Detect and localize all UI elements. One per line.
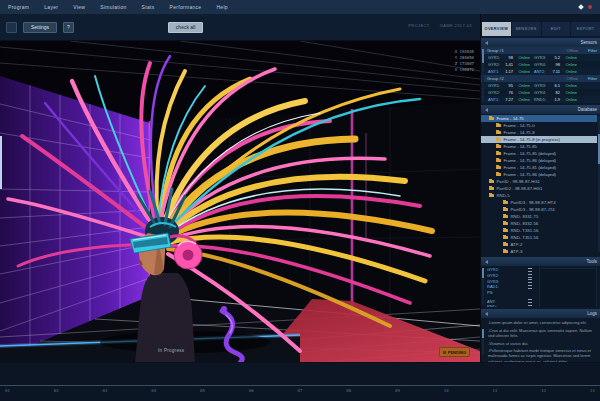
stack-icon[interactable] [528, 285, 532, 289]
tree-item-label: Frame - 14-75-81 (delayed) [504, 165, 557, 170]
settings-button[interactable]: Settings [23, 22, 57, 33]
stack-icon[interactable] [528, 268, 532, 272]
tree-item[interactable]: Frame - 14-75-85 [481, 143, 600, 150]
tree-item[interactable]: PartID3 - 98-98-87-HT4 [481, 199, 600, 206]
tree-item[interactable]: Frame - 14-75-0 [481, 122, 600, 129]
alert-badge[interactable]: PENDING [439, 347, 470, 357]
tools-scrollbar[interactable] [482, 268, 484, 305]
folder-icon [489, 180, 494, 184]
stack-icon[interactable] [528, 279, 532, 283]
sensors-header[interactable]: Sensors [481, 38, 600, 47]
sensor-row: GYR2:1.41Online GYR4:98Online [481, 61, 600, 68]
sensor-status: Online [563, 55, 581, 60]
grid-icon[interactable] [6, 22, 17, 33]
tab-edit[interactable]: EDIT [542, 22, 571, 36]
sensor-value: 1.41 [502, 62, 516, 67]
group-name: Group #1 [487, 48, 504, 53]
menu-stats[interactable]: Stats [142, 4, 155, 10]
close-icon[interactable] [588, 5, 593, 10]
tab-sensors[interactable]: SENSORS [512, 22, 541, 36]
stack-icon[interactable] [528, 305, 532, 307]
sensor-status: Online [516, 83, 534, 88]
database-header[interactable]: Database [481, 105, 600, 114]
collapse-icon[interactable] [485, 260, 488, 264]
tree-item[interactable]: ATP-3 [481, 248, 600, 255]
tab-overview[interactable]: OVERVIEW [482, 22, 511, 36]
tools-header[interactable]: Tools [481, 257, 600, 266]
sensor-group-header[interactable]: Group #2 Offline Filter [481, 75, 600, 82]
menu-program[interactable]: Program [8, 4, 29, 10]
timeline-tick: 13 [590, 388, 595, 393]
menu-simulation[interactable]: Simulation [100, 4, 126, 10]
tree-item-label: RND- 8331-T5 [511, 214, 539, 219]
collapse-icon[interactable] [485, 41, 488, 45]
tool-label: GYR1: [487, 267, 499, 272]
tree-item[interactable]: Frame - 14-75-81 (delayed) [481, 164, 600, 171]
collapse-icon[interactable] [485, 108, 488, 112]
group-filter[interactable]: Filter [588, 48, 597, 53]
folder-icon [496, 159, 501, 163]
folder-icon [503, 250, 508, 254]
sensor-status: Online [516, 55, 534, 60]
timeline-tick: 08 [346, 388, 351, 393]
tab-export[interactable]: EXPORT [571, 22, 600, 36]
tree-item[interactable]: PartID - 98-98-87-HG1 [481, 178, 600, 185]
tree-item[interactable]: RND- 8332-56 [481, 220, 600, 227]
sensor-status: Online [563, 97, 581, 102]
timeline-scrubber[interactable]: 01 02 03 04 05 06 07 08 09 10 11 12 13 [0, 362, 600, 401]
viewport-3d-scene[interactable] [0, 41, 480, 364]
sensor-group-header[interactable]: Group #1 Offline Filter [481, 47, 600, 54]
panel-tabs: OVERVIEW SENSORS EDIT EXPORT [481, 22, 600, 36]
timeline-tick: 06 [249, 388, 254, 393]
tree-item[interactable]: RND- T331-56 [481, 227, 600, 234]
tree-item[interactable]: Frame - 14-75-85 (delayed) [481, 150, 600, 157]
folder-icon [489, 117, 494, 121]
tree-item[interactable]: Frame - 14-75 [481, 115, 597, 122]
tree-item-label: RND- T331-56 [511, 228, 539, 233]
tree-item-label: RND- T351-56 [511, 235, 539, 240]
check-all-button[interactable]: check all [168, 22, 203, 33]
tree-item[interactable]: Frame - 14-75-8 [481, 129, 600, 136]
tree-item[interactable]: ATP-2 [481, 241, 600, 248]
tree-item[interactable]: PartID3 - 98-98-87-JT4 [481, 206, 600, 213]
help-button[interactable]: ? [63, 22, 74, 33]
stack-icon[interactable] [528, 274, 532, 278]
group-filter[interactable]: Filter [588, 76, 597, 81]
timeline-tick: 11 [493, 388, 498, 393]
menu-view[interactable]: View [73, 4, 85, 10]
tree-item[interactable]: Frame - 14-75-86 (delayed) [481, 171, 600, 178]
minimize-icon[interactable] [578, 4, 584, 10]
stack-icon[interactable] [528, 299, 532, 303]
tree-item-label: ATP-3 [511, 249, 523, 254]
tree-item[interactable]: RND- T351-56 [481, 234, 600, 241]
viewport-3d[interactable]: X 193845 Y 284650 Z 173807 V 190872 In P… [0, 41, 480, 364]
menu-help[interactable]: Help [216, 4, 227, 10]
logs-scrollbar[interactable] [482, 329, 484, 355]
sensor-status: Online [563, 83, 581, 88]
tool-label: PS: [487, 290, 493, 295]
sensor-label: GYR1: [488, 83, 502, 88]
sensor-value: 5.2 [549, 55, 563, 60]
tool-label: RND: [487, 304, 497, 307]
sensor-value: 1.9 [549, 97, 563, 102]
logs-body[interactable]: -Lorem ipsum dolor sit amet, consectetur… [481, 318, 600, 363]
tree-item[interactable]: RND-5 [481, 192, 600, 199]
database-title: Database [578, 107, 597, 112]
logs-header[interactable]: Logs [481, 309, 600, 318]
collapse-icon[interactable] [485, 312, 488, 316]
tree-item[interactable]: RND- 8331-T5 [481, 213, 600, 220]
sensor-label: ANT1: [488, 97, 502, 102]
sensors-scrollbar[interactable] [482, 49, 484, 101]
tree-item-selected[interactable]: Frame - 14-75-8 (in progress) [481, 136, 597, 143]
sensor-label: GYR3: [534, 83, 549, 88]
sensor-status: Online [563, 62, 581, 67]
tree-item[interactable]: Frame - 14-75-86 (delayed) [481, 157, 600, 164]
folder-icon [496, 173, 501, 177]
folder-icon [489, 187, 494, 191]
tree-item[interactable]: PartID2 - 98-98-87-HG1 [481, 185, 600, 192]
folder-icon [503, 208, 508, 212]
tool-row[interactable]: RND: [487, 304, 537, 307]
log-entry: -Cras at dui velit. Maecenas quis venena… [488, 328, 596, 338]
menu-layer[interactable]: Layer [44, 4, 58, 10]
menu-performance[interactable]: Performance [170, 4, 202, 10]
